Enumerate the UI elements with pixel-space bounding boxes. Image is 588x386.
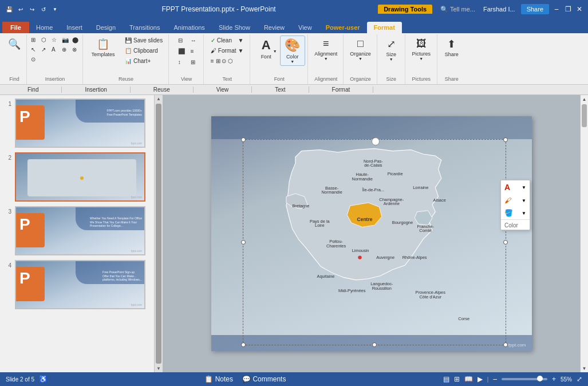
slide-thumb-4[interactable]: P Free PowerPoint Sign-upOffer that You … <box>15 260 145 309</box>
clipboard-button[interactable]: 📋 Clipboard <box>121 46 166 56</box>
tab-home[interactable]: Home <box>29 22 60 33</box>
comments-icon: 💬 <box>242 375 251 383</box>
scroll-down-arrow[interactable]: ▼ <box>155 365 162 372</box>
scroll-thumb[interactable] <box>156 104 161 364</box>
insert-plus-button[interactable]: ⊕ <box>61 45 70 54</box>
slide-thumb-1[interactable]: P FPPT.com provides 10000+Free PowerPoin… <box>15 99 145 148</box>
zoom-in-icon[interactable]: + <box>552 375 556 383</box>
view-group-content: ⊟ ↔ ⬛ ≡ ↕ ⊞ <box>175 36 199 75</box>
insert-star-button[interactable]: ☆ <box>50 36 60 44</box>
color-item-highlight[interactable]: 🖌 ▼ <box>501 194 530 207</box>
clean-button[interactable]: ✓ Clean ▼ <box>207 36 247 45</box>
color-button[interactable]: 🎨 Color ▼ <box>280 36 305 66</box>
minimize-button[interactable]: – <box>553 5 561 13</box>
view-reading-btn-status[interactable]: 📖 <box>464 375 473 383</box>
accessibility-icon[interactable]: ♿ <box>39 375 48 383</box>
tab-animations[interactable]: Animations <box>167 22 211 33</box>
slide-thumb-3[interactable]: P Whether You Need A Template For Office… <box>15 206 145 255</box>
share-button[interactable]: Share <box>521 4 549 14</box>
size-button[interactable]: ⤢ Size ▼ <box>381 36 401 64</box>
ribbon-group-pictures: 🖼 Pictures ▼ Pictures <box>406 34 437 84</box>
tab-slideshow[interactable]: Slide Show <box>212 22 257 33</box>
view-fit-btn[interactable]: ⬛ <box>175 46 186 56</box>
comments-label: Comments <box>252 375 286 383</box>
find-button[interactable]: 🔍 <box>5 36 24 54</box>
scroll-right-up-arrow[interactable]: ▲ <box>581 95 588 103</box>
tab-power-user[interactable]: Power-user <box>319 22 367 33</box>
scroll-right-down-arrow[interactable]: ▼ <box>581 364 588 372</box>
alignment-button[interactable]: ≡ Alignment ▼ <box>311 36 341 63</box>
restore-button[interactable]: ❐ <box>564 5 572 13</box>
slide-panel-container: 1 P FPPT.com provides 10000+Free PowerPo… <box>0 95 163 372</box>
tab-format[interactable]: Format <box>367 22 402 33</box>
tab-review[interactable]: Review <box>257 22 291 33</box>
view-normal-btn[interactable]: ⊟ <box>175 36 186 45</box>
slide-item-2[interactable]: 2 fppt.com <box>2 151 152 203</box>
view-slideshow-btn-status[interactable]: ▶ <box>477 375 483 383</box>
align-icon: ≡ <box>211 58 214 64</box>
insert-5-button[interactable]: ⬤ <box>71 36 80 44</box>
scroll-up-arrow[interactable]: ▲ <box>155 95 162 103</box>
comments-button[interactable]: 💬 Comments <box>242 375 286 383</box>
close-button[interactable]: ✕ <box>575 5 583 13</box>
view-list-btn[interactable]: ≡ <box>187 46 199 56</box>
fit-page-icon[interactable]: ⤢ <box>577 375 582 383</box>
user-account-button[interactable]: Farshad I... <box>481 5 518 14</box>
drawing-tools-tab: Drawing Tools <box>378 5 432 14</box>
text-group-label: Text <box>222 75 232 83</box>
rotate-handle[interactable] <box>372 137 380 145</box>
insert-arrow-ur-button[interactable]: ↗ <box>40 45 49 54</box>
tell-me-button[interactable]: 🔍 Tell me... <box>438 5 477 14</box>
templates-button[interactable]: 📋 Templates <box>86 36 120 60</box>
organize-button[interactable]: □ Organize ▼ <box>346 36 374 63</box>
tab-design[interactable]: Design <box>89 22 123 33</box>
insert-arrow-ul-button[interactable]: ↖ <box>30 45 39 54</box>
view-sorter-btn-status[interactable]: ⊞ <box>454 375 460 383</box>
slide-thumb-2[interactable]: fppt.com <box>15 152 145 202</box>
zoom-out-icon[interactable]: – <box>493 375 497 383</box>
view-extra-btn[interactable]: ⊞ <box>187 57 199 67</box>
slide-item-1[interactable]: 1 P FPPT.com provides 10000+Free PowerPo… <box>2 97 152 149</box>
font-button[interactable]: A Font ▼ <box>254 36 279 62</box>
insert-text-button[interactable]: A <box>50 45 60 54</box>
status-center: 📋 Notes 💬 Comments <box>204 375 286 383</box>
insert-poly-button[interactable]: ⬡ <box>40 36 49 44</box>
slide-2-map-area <box>27 159 136 196</box>
right-scroll-thumb[interactable] <box>582 104 587 127</box>
tab-file[interactable]: File <box>2 22 29 33</box>
share-ribbon-button[interactable]: ⬆ Share <box>441 36 462 60</box>
undo-icon[interactable]: ↩ <box>16 5 25 14</box>
tab-view[interactable]: View <box>291 22 319 33</box>
handle-mid-right[interactable] <box>503 240 508 245</box>
zoom-slider[interactable] <box>502 378 547 380</box>
format-button[interactable]: 🖌 Format ▼ <box>207 46 247 56</box>
redo-icon[interactable]: ↪ <box>27 5 37 14</box>
view-grid-btn[interactable]: ↔ <box>187 36 199 45</box>
insert-photo-button[interactable]: 📷 <box>61 36 70 44</box>
pictures-button[interactable]: 🖼 Pictures ▼ <box>408 36 434 63</box>
insert-cross-button[interactable]: ⊗ <box>71 45 80 54</box>
view-zoom-btn[interactable]: ↕ <box>175 57 186 67</box>
view-normal-btn-status[interactable]: ▤ <box>443 375 449 383</box>
chart-plus-button[interactable]: 📊 Chart+ <box>121 56 166 66</box>
handle-mid-left[interactable] <box>241 240 246 245</box>
save-icon[interactable]: 💾 <box>5 5 14 14</box>
section-insertion: Insertion <box>62 86 130 93</box>
slide-item-3[interactable]: 3 P Whether You Need A Template For Offi… <box>2 205 152 257</box>
repeat-icon[interactable]: ↺ <box>39 5 48 14</box>
label-franche-comte2: Comté <box>419 228 432 233</box>
insert-dot-button[interactable]: ⊙ <box>30 55 39 64</box>
color-item-fill[interactable]: 🪣 ▼ <box>501 207 530 219</box>
slide-item-4[interactable]: 4 P Free PowerPoint Sign-upOffer that Yo… <box>2 259 152 310</box>
notes-button[interactable]: 📋 Notes <box>204 375 233 383</box>
customize-quick-access-icon[interactable]: ▼ <box>50 5 60 14</box>
text-align-button[interactable]: ≡ ⊞ ⊙ ⬡ <box>207 56 247 66</box>
tab-transitions[interactable]: Transitions <box>123 22 167 33</box>
color-highlight-icon: 🖌 <box>504 196 511 204</box>
slide-canvas[interactable]: Nord-Pas- de-Calais Haute- Normandie Pic… <box>211 116 532 351</box>
insert-shapes-button[interactable]: ⊞ <box>30 36 39 44</box>
label-paca2: Côte d'Azur <box>419 294 441 300</box>
tab-insert[interactable]: Insert <box>60 22 89 33</box>
color-item-text[interactable]: A ▼ <box>501 180 530 194</box>
save-slides-button[interactable]: 💾 Save slides <box>121 36 166 45</box>
